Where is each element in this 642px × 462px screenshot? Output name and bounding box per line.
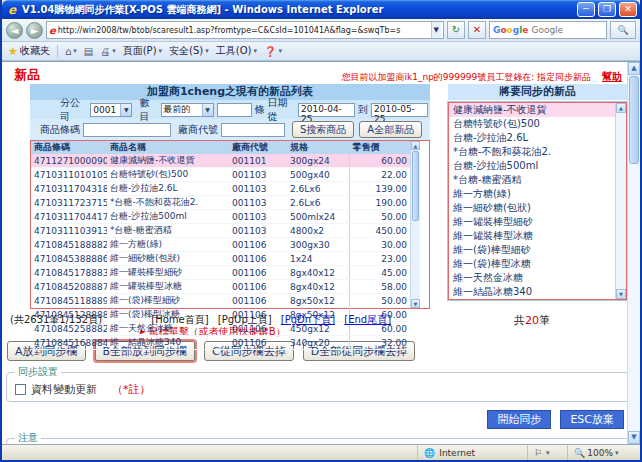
scroll-down-icon[interactable]: ▼: [411, 299, 420, 308]
feeds-button[interactable]: ▤: [84, 46, 93, 57]
table-cell: 維一結晶冰糖340: [107, 336, 229, 350]
sync-list-item[interactable]: 維一方糖(綠): [449, 187, 626, 201]
count-select[interactable]: 最前的▼: [161, 103, 214, 117]
barcode-input[interactable]: [83, 123, 171, 137]
table-row[interactable]: 4710311704318台糖-沙拉油2.6L0011032.6Lx6139.0…: [31, 182, 410, 196]
sync-scrollbar[interactable]: ▲ ▼: [615, 103, 626, 299]
zoom-control[interactable]: 🔍 100% ▾: [568, 445, 640, 460]
tools-menu[interactable]: 工具(O)▾: [216, 44, 257, 58]
scroll-up-icon[interactable]: ▲: [628, 62, 640, 75]
table-cell: 健康減納鹽-不收退貨: [107, 154, 229, 168]
table-cell: 4710845388886: [31, 252, 107, 266]
sync-list-item[interactable]: 維一罐裝棒型細砂: [449, 215, 626, 229]
table-cell: 001103: [229, 196, 287, 210]
table-cell: 340gx20: [287, 336, 349, 350]
table-row[interactable]: 4710311103913*台糖-糖蜜酒精0011034800x2450.00: [31, 224, 410, 238]
end-link[interactable]: [End尾頁]: [344, 314, 391, 325]
date-from-label: 日期從: [268, 96, 295, 124]
google-icon: Google: [493, 25, 528, 35]
scroll-thumb[interactable]: [412, 151, 419, 221]
scroll-thumb[interactable]: [629, 76, 639, 164]
cancel-sync-button[interactable]: ESC放棄: [560, 410, 624, 429]
table-row[interactable]: 4710311010105台糖特號砂(包)500001103500gx4022.…: [31, 168, 410, 182]
table-row[interactable]: 4710845388886維一細砂糖(包狀)0011061x2423.00: [31, 252, 410, 266]
close-button[interactable]: ✕: [619, 2, 637, 17]
table-row[interactable]: 4711271000090健康減納鹽-不收退貨001101300gx2460.0…: [31, 154, 410, 168]
star-icon: ★: [8, 45, 18, 58]
print-button[interactable]: 🖨▾: [100, 46, 116, 57]
date-to-input[interactable]: 2010-05-25: [371, 103, 428, 117]
sync-list-item[interactable]: 維一(袋)棒型冰糖: [449, 257, 626, 271]
data-update-checkbox[interactable]: [15, 384, 26, 395]
pgdn-link[interactable]: [PgDn下頁]: [281, 314, 335, 325]
scroll-down-icon[interactable]: ▼: [628, 431, 640, 444]
sync-list-item[interactable]: 台糖-沙拉油500ml: [449, 159, 626, 173]
restore-button[interactable]: ❐: [598, 2, 616, 17]
refresh-button[interactable]: ↻: [447, 21, 465, 39]
table-row[interactable]: 4710845178883維一罐裝棒型細砂0011068gx40x1245.00: [31, 266, 410, 280]
chevron-down-icon[interactable]: ▼: [120, 104, 131, 116]
home-button[interactable]: ⌂▾: [65, 46, 77, 57]
table-cell: 001106: [229, 280, 287, 294]
page-scrollbar[interactable]: ▲ ▼: [627, 62, 640, 444]
address-bar: ◄ ► e http://win2008/tw/btob/scaresult1.…: [2, 19, 640, 42]
sync-panel-title: 將要同步的新品: [448, 84, 627, 100]
scroll-down-icon[interactable]: ▼: [616, 289, 626, 299]
page-title: 新品: [14, 66, 40, 84]
table-row[interactable]: 4710845168884維一結晶冰糖340001106340gx2032.00: [31, 336, 410, 350]
product-list-panel: 加盟商1cheng之現有的新品列表 分公司 0001▼ 數目 最前的▼ 條 日期…: [30, 84, 430, 309]
status-bar: 🌐 Internet ⚐▾ 🔍 100% ▾: [2, 444, 640, 460]
sync-list-item[interactable]: 維一(袋)棒型細砂: [449, 243, 626, 257]
all-products-button[interactable]: A全部新品: [359, 121, 422, 138]
back-button[interactable]: ◄: [6, 22, 23, 39]
sync-list-item[interactable]: 維一結晶冰糖340: [449, 285, 626, 299]
sync-list-item[interactable]: 維一細砂糖(包狀): [449, 201, 626, 215]
url-field[interactable]: e http://win2008/tw/btob/scaresult1.asp?…: [46, 21, 444, 39]
home-page-key: [Home首頁]: [151, 314, 208, 325]
table-cell: 450.00: [349, 224, 410, 238]
sync-list-item[interactable]: *台糖-不飽和葵花油2.: [449, 145, 626, 159]
table-row[interactable]: 4710845118889維一(袋)棒型細砂0011068gx50x1250.0…: [31, 294, 410, 308]
table-cell: 300gx30: [287, 238, 349, 252]
forward-button[interactable]: ►: [26, 22, 43, 39]
search-go-button[interactable]: 🔍: [610, 21, 636, 39]
search-input[interactable]: Google Google: [489, 21, 607, 39]
sync-list-item[interactable]: 台糖特號砂(包)500: [449, 117, 626, 131]
help-menu[interactable]: ❓▾: [264, 46, 282, 57]
table-row[interactable]: 4710311723715*台糖-不飽和葵花油2.0011032.6Lx6190…: [31, 196, 410, 210]
search-placeholder[interactable]: Google: [531, 25, 603, 35]
safety-menu[interactable]: 安全(S)▾: [169, 44, 209, 58]
table-scrollbar[interactable]: ▲ ▼: [410, 141, 420, 308]
count-label: 數目: [139, 96, 157, 124]
pagination-bar: (共2631筆1/132頁) [Home首頁] [PgUp上頁] [PgDn下頁…: [2, 310, 640, 325]
chevron-down-icon[interactable]: ▼: [202, 104, 213, 116]
pgup-key: [PgUp上頁]: [218, 314, 272, 325]
table-row[interactable]: 4710845188882維一方糖(綠)001106300gx3030.00: [31, 238, 410, 252]
scroll-up-icon[interactable]: ▲: [411, 141, 420, 150]
sync-list: 健康減納鹽-不收退貨台糖特號砂(包)500台糖-沙拉油2.6L*台糖-不飽和葵花…: [449, 103, 626, 299]
scroll-up-icon[interactable]: ▲: [616, 103, 626, 113]
table-row[interactable]: 4710845208887維一罐裝棒型冰糖0011068gx40x1258.00: [31, 280, 410, 294]
favorites-button[interactable]: ★ 收藏夹: [8, 44, 50, 58]
start-sync-button[interactable]: 開始同步: [487, 410, 551, 429]
sync-list-item[interactable]: 維一罐裝棒型冰糖: [449, 229, 626, 243]
table-cell: 維一罐裝棒型細砂: [107, 266, 229, 280]
minimize-button[interactable]: ─: [577, 2, 595, 17]
col-spec: 規格: [287, 141, 349, 154]
sync-list-item[interactable]: 台糖-沙拉油2.6L: [449, 131, 626, 145]
sync-list-item[interactable]: *台糖-糖蜜酒精: [449, 173, 626, 187]
stop-button[interactable]: ✕: [468, 21, 486, 39]
page-menu[interactable]: 頁面(P)▾: [123, 44, 162, 58]
sync-list-item[interactable]: 維一天然金冰糖: [449, 271, 626, 285]
search-products-button[interactable]: S搜索商品: [292, 121, 354, 138]
table-row[interactable]: 4710311704417台糖-沙拉油500ml001103500mlx2450…: [31, 210, 410, 224]
vendor-input[interactable]: [221, 123, 285, 137]
count-input[interactable]: [217, 103, 252, 117]
date-from-input[interactable]: 2010-04-25: [298, 103, 355, 117]
url-dropdown-icon[interactable]: ▼: [431, 22, 441, 38]
protected-mode-cell[interactable]: ⚐▾: [528, 445, 568, 460]
branch-select[interactable]: 0001▼: [90, 103, 132, 117]
help-link[interactable]: 幫助: [602, 71, 622, 82]
sync-list-item[interactable]: 健康減納鹽-不收退貨: [449, 103, 626, 117]
url-text[interactable]: http://win2008/tw/btob/scaresult1.asp?fr…: [58, 26, 429, 35]
